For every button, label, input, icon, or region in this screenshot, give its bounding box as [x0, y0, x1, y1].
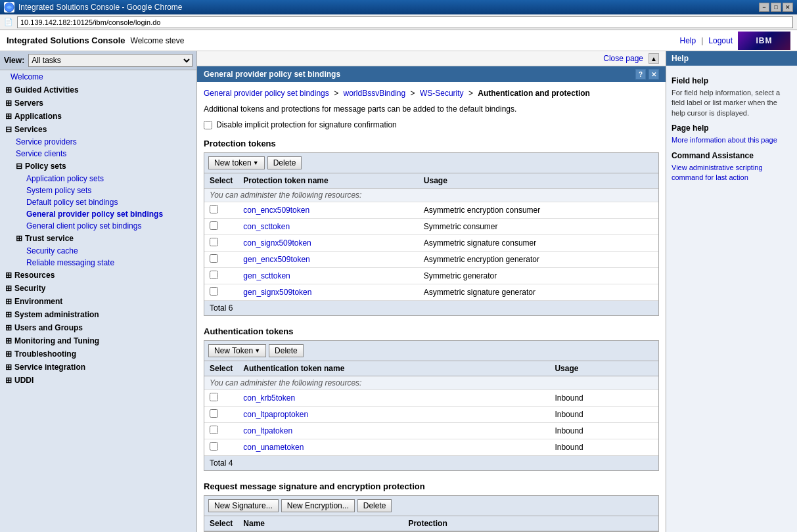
row-checkbox[interactable]: [210, 254, 218, 263]
expand-icon: ⊞: [5, 310, 12, 319]
sidebar-item-troubleshooting[interactable]: ⊞ Troubleshooting: [0, 347, 196, 361]
sidebar-label-applications: Applications: [14, 112, 62, 121]
app-header: Integrated Solutions Console Welcome ste…: [0, 30, 797, 51]
sidebar-label-service-integration: Service integration: [14, 363, 85, 372]
auth-token-link[interactable]: con_unametoken: [243, 443, 304, 452]
new-auth-token-button[interactable]: New Token ▼: [208, 344, 266, 357]
req-col-name-header: Name: [238, 516, 403, 531]
new-encryption-button[interactable]: New Encryption...: [281, 499, 355, 512]
breadcrumb-world-bssv[interactable]: worldBssvBinding: [343, 89, 405, 98]
token-link[interactable]: gen_scttoken: [243, 271, 290, 280]
expand-icon: ⊞: [5, 323, 12, 332]
close-window-button[interactable]: ✕: [783, 3, 793, 12]
close-icon-btn[interactable]: ✕: [649, 69, 659, 79]
breadcrumb-ws-security[interactable]: WS-Security: [420, 89, 464, 98]
row-checkbox[interactable]: [210, 271, 218, 279]
table-row: gen_scttoken Symmetric generator: [204, 268, 658, 284]
address-input[interactable]: [17, 16, 793, 28]
content-body: General provider policy set bindings > w…: [197, 82, 666, 532]
sidebar-label-services: Services: [14, 125, 47, 134]
sidebar-label-environment: Environment: [14, 297, 62, 306]
table-row: con_scttoken Symmetric consumer: [204, 219, 658, 235]
token-link[interactable]: con_signx509token: [243, 238, 311, 248]
row-checkbox[interactable]: [210, 221, 218, 230]
sidebar-item-resources[interactable]: ⊞ Resources: [0, 269, 196, 282]
sidebar-label-system-admin: System administration: [14, 310, 99, 319]
row-checkbox[interactable]: [210, 205, 218, 213]
sidebar-item-environment[interactable]: ⊞ Environment: [0, 295, 196, 308]
sidebar-item-general-client-bindings[interactable]: General client policy set bindings: [0, 220, 196, 232]
sidebar-item-security-cache[interactable]: Security cache: [0, 245, 196, 257]
view-select[interactable]: All tasks: [28, 54, 193, 67]
auth-delete-button[interactable]: Delete: [269, 344, 304, 357]
field-help-title: Field help: [672, 76, 792, 85]
sidebar-item-app-policy-sets[interactable]: Application policy sets: [0, 173, 196, 185]
disable-checkbox-row: Disable implicit protection for signatur…: [204, 120, 659, 129]
row-checkbox[interactable]: [210, 426, 218, 434]
new-signature-button[interactable]: New Signature...: [208, 499, 279, 512]
app-welcome: Welcome steve: [131, 36, 185, 45]
minimize-button[interactable]: −: [759, 3, 769, 12]
help-icon-btn[interactable]: ?: [635, 69, 646, 79]
sidebar-item-servers[interactable]: ⊞ Servers: [0, 97, 196, 110]
auth-token-link[interactable]: con_ltpatoken: [243, 426, 292, 435]
sidebar-item-services[interactable]: ⊟ Services: [0, 123, 196, 136]
sidebar-item-default-policy-bindings[interactable]: Default policy set bindings: [0, 196, 196, 208]
token-link[interactable]: gen_signx509token: [243, 288, 311, 297]
sidebar-label-users-groups: Users and Groups: [14, 323, 83, 332]
token-link[interactable]: con_scttoken: [243, 222, 290, 231]
row-checkbox[interactable]: [210, 287, 218, 296]
command-link[interactable]: View administrative scripting command fo…: [672, 163, 792, 183]
row-checkbox[interactable]: [210, 409, 218, 418]
auth-token-link[interactable]: con_ltpaproptoken: [243, 410, 308, 419]
sidebar-item-applications[interactable]: ⊞ Applications: [0, 110, 196, 123]
sidebar-item-security[interactable]: ⊞ Security: [0, 282, 196, 295]
page-help-link[interactable]: More information about this page: [672, 135, 792, 145]
col-usage-header: Usage: [419, 173, 658, 188]
sidebar-item-service-providers[interactable]: Service providers: [0, 136, 196, 148]
disable-checkbox[interactable]: [204, 121, 212, 129]
sidebar-label-servers: Servers: [14, 99, 43, 108]
browser-icon: [4, 2, 14, 12]
request-message-table-container: New Signature... New Encryption... Delet…: [204, 495, 659, 532]
row-checkbox[interactable]: [210, 238, 218, 246]
sidebar-item-uddi[interactable]: ⊞ UDDI: [0, 374, 196, 387]
protection-total-row: Total 6: [204, 301, 658, 316]
close-page-link[interactable]: Close page: [603, 54, 643, 63]
command-title: Command Assistance: [672, 151, 792, 160]
sidebar-item-users-groups[interactable]: ⊞ Users and Groups: [0, 321, 196, 334]
expand-icon: ⊞: [5, 85, 12, 95]
sidebar-item-general-provider-bindings[interactable]: General provider policy set bindings: [0, 208, 196, 220]
sidebar-item-reliable-messaging[interactable]: Reliable messaging state: [0, 257, 196, 269]
sidebar-item-monitoring[interactable]: ⊞ Monitoring and Tuning: [0, 334, 196, 347]
content-area: Close page ▲ General provider policy set…: [197, 51, 666, 532]
new-token-button[interactable]: New token ▼: [208, 156, 265, 169]
auth-token-link[interactable]: con_krb5token: [243, 393, 295, 403]
request-delete-button[interactable]: Delete: [357, 499, 392, 512]
protection-delete-button[interactable]: Delete: [267, 156, 302, 169]
row-checkbox[interactable]: [210, 393, 218, 401]
title-bar: Integrated Solutions Console - Google Ch…: [0, 0, 797, 14]
restore-button[interactable]: □: [771, 3, 781, 12]
token-link[interactable]: gen_encx509token: [243, 255, 309, 264]
sidebar-item-welcome[interactable]: Welcome: [0, 70, 196, 83]
app-header-left: Integrated Solutions Console Welcome ste…: [7, 35, 184, 45]
breadcrumb-general-provider[interactable]: General provider policy set bindings: [204, 89, 329, 98]
sidebar-item-guided-activities[interactable]: ⊞ Guided Activities: [0, 83, 196, 97]
sidebar-item-trust-service[interactable]: ⊞ Trust service: [0, 232, 196, 245]
sidebar-item-service-integration[interactable]: ⊞ Service integration: [0, 361, 196, 374]
expand-icon: ⊞: [16, 234, 22, 243]
help-link[interactable]: Help: [679, 36, 696, 45]
help-content: Field help For field help information, s…: [666, 66, 797, 190]
sidebar-item-policy-sets[interactable]: ⊟ Policy sets: [0, 160, 196, 173]
expand-icon: ⊞: [5, 376, 12, 385]
sidebar-item-service-clients[interactable]: Service clients: [0, 148, 196, 160]
scroll-top-button[interactable]: ▲: [649, 53, 659, 64]
sidebar-item-system-policy-sets[interactable]: System policy sets: [0, 185, 196, 196]
col-name-header: Protection token name: [238, 173, 418, 188]
protection-tokens-table: Select Protection token name Usage You c…: [204, 173, 658, 315]
row-checkbox[interactable]: [210, 442, 218, 451]
sidebar-item-system-admin[interactable]: ⊞ System administration: [0, 308, 196, 321]
token-link[interactable]: con_encx509token: [243, 206, 309, 215]
logout-link[interactable]: Logout: [708, 36, 733, 45]
